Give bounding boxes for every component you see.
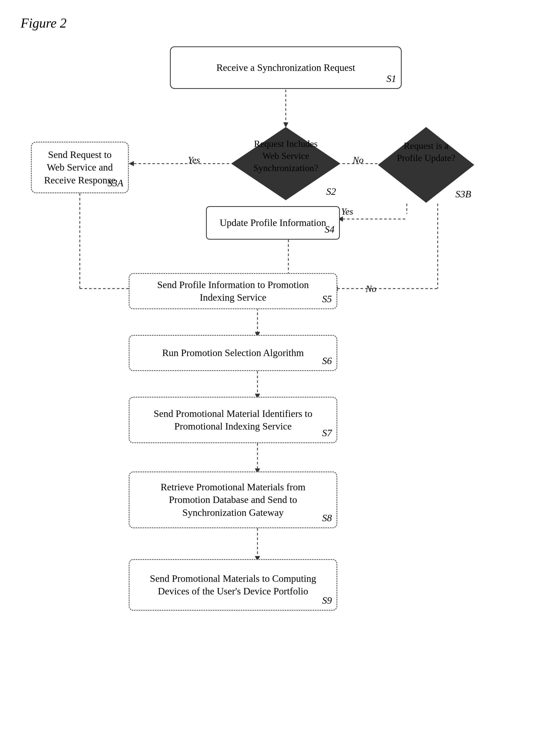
step-s6-label: S6 xyxy=(322,355,332,367)
yes-label-s2: Yes xyxy=(188,155,200,165)
step-s1: Receive a Synchronization Request S1 xyxy=(170,47,402,89)
step-s9-text: Send Promotional Materials to ComputingD… xyxy=(150,572,316,598)
step-s8-label: S8 xyxy=(322,512,332,524)
step-s6-text: Run Promotion Selection Algorithm xyxy=(162,347,304,359)
step-s3b: Request is aProfile Update? S3B xyxy=(376,125,476,205)
yes-label-s3b: Yes xyxy=(341,206,353,217)
step-s3b-label: S3B xyxy=(455,188,471,200)
step-s7-label: S7 xyxy=(322,427,332,439)
no-label-s2: No xyxy=(353,155,363,165)
step-s1-label: S1 xyxy=(386,72,396,85)
step-s9-label: S9 xyxy=(322,594,332,607)
svg-marker-3 xyxy=(129,161,134,166)
step-s8-text: Retrieve Promotional Materials fromPromo… xyxy=(161,481,305,519)
step-s7-text: Send Promotional Material Identifiers to… xyxy=(154,407,312,433)
step-s4: Update Profile Information S4 xyxy=(206,206,340,240)
step-s7: Send Promotional Material Identifiers to… xyxy=(129,397,337,443)
step-s1-text: Receive a Synchronization Request xyxy=(216,61,355,74)
step-s5: Send Profile Information to PromotionInd… xyxy=(129,273,337,309)
step-s4-label: S4 xyxy=(325,223,334,236)
step-s5-text: Send Profile Information to PromotionInd… xyxy=(157,279,309,304)
step-s3a: Send Request to Web Service and Receive … xyxy=(31,142,129,193)
step-s8: Retrieve Promotional Materials fromPromo… xyxy=(129,471,337,528)
step-s2: Request IncludesWeb ServiceSynchronizati… xyxy=(229,125,342,202)
svg-marker-27 xyxy=(231,127,340,200)
step-s3a-label: S3A xyxy=(108,177,123,189)
step-s9: Send Promotional Materials to ComputingD… xyxy=(129,559,337,611)
no-label-s3b: No xyxy=(366,283,376,294)
step-s5-label: S5 xyxy=(322,293,332,305)
step-s2-label: S2 xyxy=(326,186,336,197)
step-s6: Run Promotion Selection Algorithm S6 xyxy=(129,335,337,371)
step-s4-text: Update Profile Information xyxy=(220,216,326,229)
